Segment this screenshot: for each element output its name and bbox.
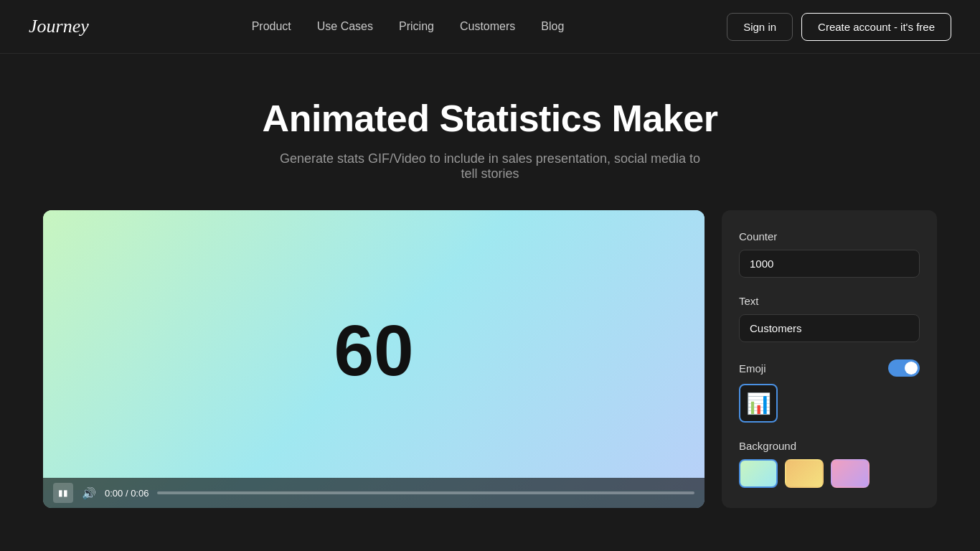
background-swatches xyxy=(739,459,920,488)
signin-button[interactable]: Sign in xyxy=(727,13,793,41)
counter-display: 60 xyxy=(334,314,413,386)
hero-title: Animated Statistics Maker xyxy=(14,97,966,140)
nav-item-product[interactable]: Product xyxy=(252,20,291,33)
text-input[interactable] xyxy=(739,314,920,342)
header: Journey Product Use Cases Pricing Custom… xyxy=(0,0,980,54)
time-display: 0:00 / 0:06 xyxy=(105,488,149,499)
text-group: Text xyxy=(739,295,920,342)
logo[interactable]: Journey xyxy=(29,16,89,37)
text-label: Text xyxy=(739,295,920,307)
hero-section: Animated Statistics Maker Generate stats… xyxy=(0,54,980,210)
main-content: 60 ▮▮ 🔊 0:00 / 0:06 Counter Text Emoji xyxy=(0,210,980,537)
video-controls: ▮▮ 🔊 0:00 / 0:06 xyxy=(43,478,705,508)
hero-subtitle: Generate stats GIF/Video to include in s… xyxy=(275,151,705,182)
emoji-box-chart[interactable]: 📊 xyxy=(739,384,778,423)
controls-panel: Counter Text Emoji ✓ 📊 Background xyxy=(722,210,937,508)
background-group: Background xyxy=(739,440,920,488)
nav-item-use-cases[interactable]: Use Cases xyxy=(317,20,373,33)
bg-swatch-green-blue[interactable] xyxy=(739,459,778,488)
nav-item-blog[interactable]: Blog xyxy=(541,20,564,33)
pause-icon: ▮▮ xyxy=(58,488,68,498)
progress-bar[interactable] xyxy=(157,491,694,494)
video-container: 60 ▮▮ 🔊 0:00 / 0:06 xyxy=(43,210,705,508)
nav-item-customers[interactable]: Customers xyxy=(460,20,515,33)
emoji-group: Emoji ✓ 📊 xyxy=(739,359,920,423)
header-actions: Sign in Create account - it's free xyxy=(727,13,951,41)
emoji-chart-icon: 📊 xyxy=(746,392,771,415)
counter-label: Counter xyxy=(739,230,920,242)
background-label: Background xyxy=(739,440,920,452)
video-display: 60 xyxy=(43,210,705,490)
bg-swatch-pink-purple[interactable] xyxy=(831,459,870,488)
volume-icon[interactable]: 🔊 xyxy=(82,486,96,500)
bg-swatch-orange-yellow[interactable] xyxy=(785,459,824,488)
emoji-toggle[interactable]: ✓ xyxy=(888,359,920,377)
toggle-checkmark-icon: ✓ xyxy=(910,362,915,370)
emoji-row: Emoji ✓ xyxy=(739,359,920,377)
nav-item-pricing[interactable]: Pricing xyxy=(399,20,434,33)
play-pause-button[interactable]: ▮▮ xyxy=(53,483,73,503)
counter-input[interactable] xyxy=(739,250,920,278)
emoji-picker: 📊 xyxy=(739,384,920,423)
create-account-button[interactable]: Create account - it's free xyxy=(801,13,951,41)
nav: Product Use Cases Pricing Customers Blog xyxy=(252,20,565,33)
counter-group: Counter xyxy=(739,230,920,278)
emoji-label: Emoji xyxy=(739,362,766,375)
